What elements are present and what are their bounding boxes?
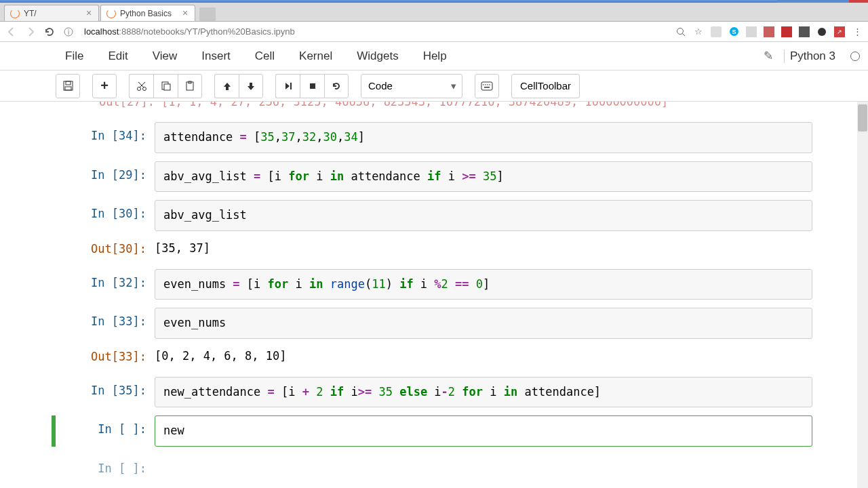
new-tab-button[interactable]: [199, 7, 216, 21]
address-bar: i localhost:8888/notebooks/YT/Python%20B…: [0, 22, 868, 42]
browser-tab[interactable]: YT/ ×: [4, 5, 99, 21]
svg-rect-8: [66, 81, 71, 85]
jupyter-icon: [10, 9, 20, 18]
menu-view[interactable]: View: [143, 45, 187, 67]
in-prompt: In [35]:: [56, 377, 155, 408]
extension-icon[interactable]: [799, 26, 810, 37]
move-down-button[interactable]: [239, 74, 263, 98]
skype-icon[interactable]: S: [728, 26, 739, 37]
code-input[interactable]: even_nums = [i for i in range(11) if i %…: [155, 269, 812, 300]
in-prompt: In [ ]:: [56, 415, 155, 447]
code-input[interactable]: new_attendance = [i + 2 if i>= 35 else i…: [155, 377, 812, 408]
save-button[interactable]: [56, 74, 80, 98]
svg-point-6: [818, 28, 826, 36]
close-icon[interactable]: ×: [181, 9, 189, 18]
output-cell: Out[33]: [0, 2, 4, 6, 8, 10]: [56, 343, 812, 369]
svg-line-3: [683, 33, 686, 36]
code-cell[interactable]: In [35]: new_attendance = [i + 2 if i>= …: [56, 377, 812, 408]
extension-icon[interactable]: ↗: [834, 26, 845, 37]
out-prompt: Out[30]:: [56, 235, 155, 261]
menu-edit[interactable]: Edit: [98, 45, 137, 67]
bookmark-star-icon[interactable]: ☆: [693, 26, 704, 37]
zoom-icon[interactable]: [675, 26, 686, 37]
scrollbar[interactable]: [857, 102, 868, 488]
reload-button[interactable]: [43, 26, 56, 38]
svg-rect-9: [65, 87, 71, 90]
menu-icon[interactable]: ⋮: [852, 26, 863, 37]
code-cell[interactable]: In [33]: even_nums: [56, 308, 812, 339]
code-cell[interactable]: In [34]: attendance = [35,37,32,30,34]: [56, 122, 812, 153]
svg-point-2: [677, 28, 684, 34]
run-button[interactable]: [275, 74, 300, 98]
jupyter-menubar: File Edit View Insert Cell Kernel Widget…: [0, 42, 868, 70]
restart-button[interactable]: [324, 74, 349, 98]
menu-widgets[interactable]: Widgets: [347, 45, 408, 67]
code-cell[interactable]: In [30]: abv_avg_list: [56, 200, 812, 231]
output-cell: Out[30]: [35, 37]: [56, 235, 812, 261]
in-prompt: In [32]:: [56, 269, 155, 300]
extension-icon[interactable]: [781, 26, 792, 37]
move-up-button[interactable]: [214, 74, 239, 98]
browser-tabstrip: YT/ × Python Basics ×: [0, 3, 868, 22]
output-cut: Out[27]: [1, 1, 4, 27, 256, 3125, 46656,…: [56, 102, 812, 108]
code-input[interactable]: even_nums: [155, 308, 812, 339]
code-input[interactable]: new: [155, 415, 812, 447]
url-field[interactable]: localhost:8888/notebooks/YT/Python%20Bas…: [81, 25, 669, 38]
menu-insert[interactable]: Insert: [192, 45, 240, 67]
code-input[interactable]: attendance = [35,37,32,30,34]: [155, 122, 812, 153]
code-cell[interactable]: In [32]: even_nums = [i for i in range(1…: [56, 269, 812, 300]
in-prompt: In [29]:: [56, 161, 155, 192]
info-icon[interactable]: i: [62, 26, 75, 38]
browser-tab[interactable]: Python Basics ×: [100, 5, 195, 21]
svg-point-22: [485, 84, 486, 85]
celltype-dropdown[interactable]: Code: [361, 74, 462, 98]
extension-icon[interactable]: [764, 26, 774, 37]
jupyter-toolbar: +: [0, 70, 868, 102]
code-cell-selected[interactable]: In [ ]: new: [56, 415, 812, 447]
tab-title: YT/: [24, 9, 85, 18]
in-prompt: In [33]:: [56, 308, 155, 339]
svg-point-23: [487, 84, 488, 85]
out-prompt: Out[33]:: [56, 343, 155, 369]
edit-icon[interactable]: ✎: [764, 49, 773, 63]
kernel-name[interactable]: Python 3: [784, 49, 841, 63]
svg-text:i: i: [68, 28, 69, 36]
svg-rect-20: [481, 82, 492, 90]
cut-button[interactable]: [129, 74, 153, 98]
paste-button[interactable]: [178, 74, 202, 98]
extension-icon[interactable]: [711, 26, 722, 37]
svg-point-11: [142, 87, 146, 90]
output-text: [0, 2, 4, 6, 8, 10]: [155, 343, 812, 369]
forward-button[interactable]: [24, 26, 37, 38]
svg-rect-25: [484, 87, 490, 88]
celltoolbar-dropdown[interactable]: CellToolbar: [511, 74, 580, 98]
stop-button[interactable]: [300, 74, 324, 98]
menu-cell[interactable]: Cell: [245, 45, 284, 67]
code-input[interactable]: abv_avg_list: [155, 200, 812, 231]
kernel-status-icon: [850, 52, 860, 61]
extension-icon[interactable]: [746, 26, 757, 37]
menu-help[interactable]: Help: [414, 45, 456, 67]
in-prompt: In [ ]:: [56, 455, 155, 475]
tab-title: Python Basics: [120, 9, 181, 18]
extension-icon[interactable]: [816, 26, 827, 37]
copy-button[interactable]: [153, 74, 178, 98]
scrollbar-thumb[interactable]: [858, 104, 867, 131]
in-prompt: In [30]:: [56, 200, 155, 231]
code-input[interactable]: abv_avg_list = [i for i in attendance if…: [155, 161, 812, 192]
code-cell[interactable]: In [ ]:: [56, 455, 812, 475]
code-cell[interactable]: In [29]: abv_avg_list = [i for i in atte…: [56, 161, 812, 192]
svg-rect-19: [310, 83, 315, 89]
command-palette-button[interactable]: [475, 74, 499, 98]
add-cell-button[interactable]: +: [92, 74, 117, 98]
jupyter-icon: [106, 9, 116, 18]
notebook-scroll-area[interactable]: Out[27]: [1, 1, 4, 27, 256, 3125, 46656,…: [0, 102, 868, 488]
svg-point-21: [483, 84, 484, 85]
menu-kernel[interactable]: Kernel: [290, 45, 342, 67]
svg-rect-18: [290, 83, 292, 89]
svg-point-10: [137, 87, 140, 90]
svg-point-24: [489, 84, 490, 85]
menu-file[interactable]: File: [56, 45, 93, 67]
close-icon[interactable]: ×: [85, 9, 93, 18]
back-button[interactable]: [5, 26, 18, 38]
